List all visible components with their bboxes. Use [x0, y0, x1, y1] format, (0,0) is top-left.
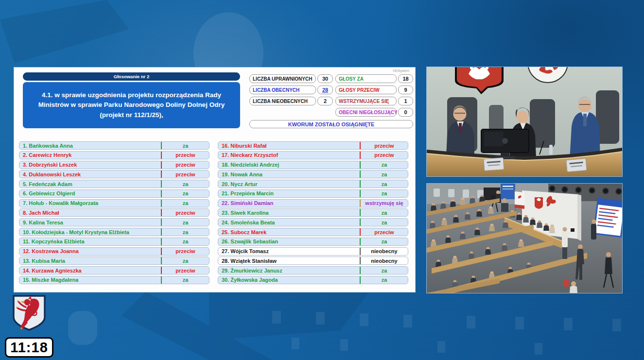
- voter-row: 23. Siwek Karolinaza: [218, 208, 408, 217]
- voter-row: 9. Kalina Teresaza: [19, 218, 209, 226]
- voter-vote: za: [161, 276, 209, 284]
- wall-polish-eagle-icon: [535, 197, 543, 209]
- voter-row: 11. Kopczyńska Elżbietaza: [19, 238, 209, 246]
- voter-row: 19. Nowak Annaza: [218, 170, 408, 178]
- voter-name: 21. Przepióra Marcin: [218, 190, 360, 197]
- voter-row: 18. Niedzielski Andrzejza: [218, 161, 408, 169]
- voter-vote: przeciw: [161, 152, 209, 159]
- voter-row: 25. Subocz Marekprzeciw: [218, 228, 408, 236]
- voter-name: 17. Nieckarz Krzysztof: [218, 152, 360, 159]
- stat-value: 1: [398, 97, 413, 105]
- voter-vote: za: [161, 257, 209, 264]
- stat-value: 0: [398, 108, 413, 117]
- voter-row: 15. Miszke Magdalenaza: [19, 276, 209, 284]
- stat-row: LICZBA OBECNYCH28: [249, 86, 333, 94]
- voter-row: 10. Kołodziejska - Motyl Krystyna Elżbie…: [19, 228, 209, 236]
- voter-row: 4. Duklanowski Leszekprzeciw: [19, 170, 209, 178]
- voter-row: 17. Nieckarz Krzysztofprzeciw: [218, 151, 408, 159]
- stat-row: GŁOSY ZA18: [335, 74, 413, 83]
- voter-row: 12. Kostrzewa Joannaprzeciw: [19, 247, 209, 256]
- voter-name: 27. Wójcik Tomasz: [218, 248, 360, 255]
- voter-row: 7. Hołub - Kowalik Małgorzataza: [19, 199, 209, 207]
- name-plate-right: [566, 158, 587, 171]
- stat-value: 9: [398, 86, 413, 94]
- voter-vote: nieobecny: [360, 257, 408, 264]
- voter-name: 2. Carewicz Henryk: [19, 152, 161, 159]
- voter-name: 5. Fedeńczak Adam: [19, 180, 161, 188]
- stat-value: 2: [317, 97, 333, 105]
- voter-name: 8. Jach Michał: [19, 209, 161, 216]
- voter-name: 23. Siwek Karolina: [218, 209, 360, 216]
- voter-name: 12. Kostrzewa Joanna: [19, 248, 161, 255]
- system-watermark: HDSystem: [393, 69, 409, 72]
- voter-column-left: 1. Bańkowska Annaza2. Carewicz Henrykprz…: [19, 141, 209, 284]
- voter-row: 14. Kurzawa Agnieszkaprzeciw: [19, 266, 209, 274]
- voter-name: 26. Szwajlik Sebastian: [218, 238, 360, 245]
- voter-name: 6. Geblewicz Olgierd: [19, 190, 161, 197]
- stat-label: LICZBA NIEOBECNYCH: [249, 97, 316, 105]
- voter-row: 6. Geblewicz Olgierdza: [19, 189, 209, 198]
- video-feed-presidium: [426, 67, 623, 177]
- voter-vote: przeciw: [161, 171, 209, 178]
- voter-row: 27. Wójcik Tomasznieobecny: [218, 247, 408, 256]
- voter-row: 29. Żmurkiewicz Januszza: [218, 266, 408, 274]
- voter-row: 26. Szwajlik Sebastianza: [218, 238, 408, 246]
- stat-value: 18: [398, 74, 413, 83]
- voter-name: 14. Kurzawa Agnieszka: [19, 267, 161, 274]
- projection-screen: [594, 199, 622, 237]
- stat-label: LICZBA OBECNYCH: [249, 86, 316, 94]
- voter-row: 28. Wziątek Stanisławnieobecny: [218, 257, 408, 265]
- stat-label: OBECNI NIEGŁOSUJĄCY: [335, 108, 397, 117]
- voter-name: 3. Dobrzyński Leszek: [19, 161, 161, 169]
- voter-vote: za: [360, 219, 408, 226]
- voter-vote: za: [360, 276, 408, 284]
- voter-vote: wstrzymuję się: [360, 200, 408, 207]
- voter-name: 22. Simiński Damian: [218, 200, 360, 207]
- voter-name: 10. Kołodziejska - Motyl Krystyna Elżbie…: [19, 228, 161, 236]
- voter-row: 24. Smoleńska Beataza: [218, 218, 408, 226]
- voter-row: 20. Nycz Arturza: [218, 180, 408, 188]
- voter-vote: za: [161, 190, 209, 197]
- stat-label: LICZBA UPRAWNIONYCH: [249, 74, 316, 83]
- voter-vote: przeciw: [161, 267, 209, 274]
- voter-name: 1. Bańkowska Anna: [19, 142, 161, 149]
- stat-value: 30: [317, 74, 333, 83]
- voter-name: 9. Kalina Teresa: [19, 219, 161, 226]
- stats-right: GŁOSY ZA18GŁOSY PRZECIW9WSTRZYMUJĄCE SIĘ…: [335, 74, 413, 117]
- voter-vote: przeciw: [161, 161, 209, 169]
- voter-vote: za: [161, 238, 209, 245]
- voting-results-panel: HDSystem Głosowanie nr 2 4.1. w sprawie …: [14, 67, 416, 292]
- voter-vote: za: [360, 190, 408, 197]
- voter-row: 5. Fedeńczak Adamza: [19, 180, 209, 188]
- stat-row: LICZBA UPRAWNIONYCH30: [249, 74, 333, 83]
- broadcast-screen: HDSystem Głosowanie nr 2 4.1. w sprawie …: [0, 0, 644, 360]
- stat-label: GŁOSY PRZECIW: [335, 86, 397, 94]
- voter-name: 24. Smoleńska Beata: [218, 219, 360, 226]
- voter-vote: nieobecny: [360, 248, 408, 255]
- voter-row: 2. Carewicz Henrykprzeciw: [19, 151, 209, 159]
- quorum-status: KWORUM ZOSTAŁO OSIĄGNIĘTE: [249, 120, 413, 128]
- voting-number-header: Głosowanie nr 2: [23, 72, 240, 81]
- water-bottle: [549, 145, 553, 154]
- stat-value: 28: [317, 86, 333, 94]
- voter-vote: za: [360, 209, 408, 216]
- voter-row: 8. Jach Michałprzeciw: [19, 208, 209, 217]
- stat-row: WSTRZYMUJĄCE SIĘ1: [335, 97, 413, 105]
- voter-name: 25. Subocz Marek: [218, 228, 360, 236]
- voter-name: 15. Miszke Magdalena: [19, 276, 161, 284]
- voter-vote: za: [161, 200, 209, 207]
- voter-column-right: 16. Niburski Rafałprzeciw17. Nieckarz Kr…: [218, 141, 408, 284]
- video-feed-assembly-hall: [426, 183, 623, 293]
- stat-row: LICZBA NIEOBECNYCH2: [249, 97, 333, 105]
- voter-vote: przeciw: [360, 228, 408, 236]
- voter-name: 20. Nycz Artur: [218, 180, 360, 188]
- voter-row: 21. Przepióra Marcinza: [218, 189, 408, 198]
- voter-vote: przeciw: [360, 152, 408, 159]
- voter-vote: za: [360, 180, 408, 188]
- voter-name: 11. Kopczyńska Elżbieta: [19, 238, 161, 245]
- stat-label: GŁOSY ZA: [335, 74, 397, 83]
- name-plate-left: [484, 158, 504, 171]
- voter-name: 13. Kubisa Maria: [19, 257, 161, 264]
- voter-vote: przeciw: [161, 209, 209, 216]
- voter-vote: za: [161, 142, 209, 149]
